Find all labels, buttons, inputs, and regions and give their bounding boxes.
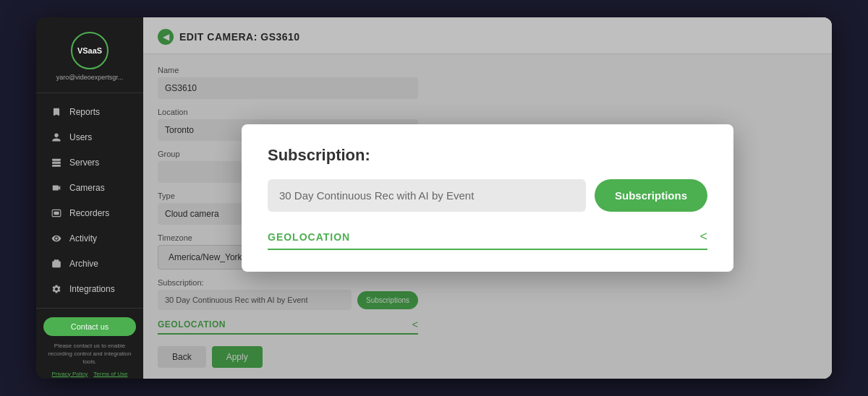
modal-geolocation-section[interactable]: GEOLOCATION < <box>268 229 707 250</box>
svg-rect-2 <box>52 165 61 167</box>
sidebar-item-users[interactable]: Users <box>39 125 140 150</box>
sidebar-item-servers[interactable]: Servers <box>39 150 140 175</box>
sidebar-item-label: Servers <box>69 158 99 168</box>
sidebar-item-recorders[interactable]: Recorders <box>39 201 140 225</box>
sidebar-item-reports[interactable]: Reports <box>39 100 140 124</box>
sidebar-item-label: Recorders <box>69 208 109 218</box>
user-icon <box>51 132 62 143</box>
recorder-icon <box>51 207 62 219</box>
sidebar-item-label: Users <box>69 132 92 142</box>
modal-subscription-row: Subscriptions <box>268 179 707 212</box>
sidebar-nav: Reports Users Servers Cameras <box>36 93 143 308</box>
user-email: yaro@videoexpertsgr... <box>52 74 128 81</box>
sidebar-item-label: Archive <box>69 259 98 269</box>
screen-wrapper: VSaaS yaro@videoexpertsgr... Reports Use… <box>36 17 832 379</box>
modal-card: Subscription: Subscriptions GEOLOCATION … <box>242 124 733 272</box>
sidebar-item-cameras[interactable]: Cameras <box>39 176 140 200</box>
privacy-policy-link[interactable]: Privacy Policy <box>52 371 88 377</box>
sidebar-item-label: Integrations <box>69 284 115 294</box>
modal-overlay[interactable]: Subscription: Subscriptions GEOLOCATION … <box>143 17 832 379</box>
sidebar: VSaaS yaro@videoexpertsgr... Reports Use… <box>36 17 143 379</box>
bookmark-icon <box>51 106 62 118</box>
svg-rect-1 <box>52 162 61 164</box>
modal-title: Subscription: <box>268 146 707 165</box>
server-icon <box>51 157 62 168</box>
main-content: ◀ EDIT CAMERA: GS3610 Name Location Grou… <box>143 17 832 379</box>
sidebar-item-label: Reports <box>69 107 100 117</box>
svg-rect-0 <box>52 159 61 161</box>
modal-geolocation-chevron: < <box>699 229 707 244</box>
sidebar-header: VSaaS yaro@videoexpertsgr... <box>36 17 143 93</box>
sidebar-item-label: Activity <box>69 233 97 244</box>
modal-subscription-input[interactable] <box>268 179 586 212</box>
sidebar-item-activity[interactable]: Activity <box>39 226 140 251</box>
gear-icon <box>51 283 62 295</box>
sidebar-footer: Contact us Please contact us to enable r… <box>36 308 143 379</box>
terms-link[interactable]: Terms of Use <box>93 371 127 377</box>
footer-text: Please contact us to enable recording co… <box>43 342 136 366</box>
sidebar-item-archive[interactable]: Archive <box>39 251 140 276</box>
camera-icon <box>51 182 62 194</box>
archive-icon <box>51 258 62 270</box>
modal-subscriptions-button[interactable]: Subscriptions <box>595 179 707 212</box>
contact-button[interactable]: Contact us <box>43 317 136 336</box>
avatar: VSaaS <box>71 32 109 69</box>
sidebar-item-label: Cameras <box>69 183 105 193</box>
svg-rect-4 <box>54 212 59 215</box>
sidebar-item-integrations[interactable]: Integrations <box>39 277 140 301</box>
footer-links: Privacy Policy Terms of Use <box>43 371 136 377</box>
modal-geolocation-label: GEOLOCATION <box>268 231 350 243</box>
eye-icon <box>51 233 62 244</box>
